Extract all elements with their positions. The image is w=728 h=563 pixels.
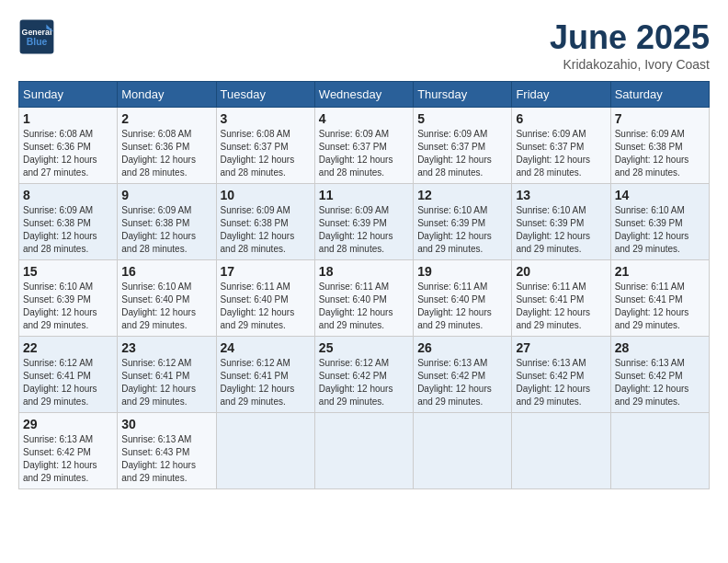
day-detail: Sunrise: 6:09 AM Sunset: 6:38 PM Dayligh… xyxy=(221,204,311,256)
day-number: 27 xyxy=(516,340,606,355)
day-number: 5 xyxy=(417,111,507,126)
day-detail: Sunrise: 6:10 AM Sunset: 6:40 PM Dayligh… xyxy=(121,281,211,332)
calendar-cell: 26 Sunrise: 6:13 AM Sunset: 6:42 PM Dayl… xyxy=(414,337,512,413)
calendar-cell: 29 Sunrise: 6:13 AM Sunset: 6:42 PM Dayl… xyxy=(19,413,118,489)
calendar-cell: 19 Sunrise: 6:11 AM Sunset: 6:40 PM Dayl… xyxy=(414,260,512,337)
column-header-tuesday: Tuesday xyxy=(216,82,314,108)
svg-text:Blue: Blue xyxy=(27,37,48,47)
calendar-cell xyxy=(314,413,413,489)
day-detail: Sunrise: 6:09 AM Sunset: 6:37 PM Dayligh… xyxy=(319,128,409,179)
day-detail: Sunrise: 6:12 AM Sunset: 6:42 PM Dayligh… xyxy=(319,357,409,408)
calendar-cell: 28 Sunrise: 6:13 AM Sunset: 6:42 PM Dayl… xyxy=(610,337,709,413)
day-number: 12 xyxy=(417,188,507,202)
day-number: 17 xyxy=(221,264,311,279)
day-number: 11 xyxy=(319,188,409,202)
day-number: 16 xyxy=(121,264,211,279)
calendar-cell: 7 Sunrise: 6:09 AM Sunset: 6:38 PM Dayli… xyxy=(610,108,709,184)
day-detail: Sunrise: 6:10 AM Sunset: 6:39 PM Dayligh… xyxy=(23,281,113,332)
day-detail: Sunrise: 6:12 AM Sunset: 6:41 PM Dayligh… xyxy=(121,357,211,408)
day-detail: Sunrise: 6:09 AM Sunset: 6:38 PM Dayligh… xyxy=(23,204,113,256)
day-detail: Sunrise: 6:13 AM Sunset: 6:42 PM Dayligh… xyxy=(516,357,606,408)
calendar-week-5: 29 Sunrise: 6:13 AM Sunset: 6:42 PM Dayl… xyxy=(19,413,710,489)
calendar-cell: 8 Sunrise: 6:09 AM Sunset: 6:38 PM Dayli… xyxy=(19,184,118,260)
column-header-wednesday: Wednesday xyxy=(314,82,413,108)
calendar-cell: 1 Sunrise: 6:08 AM Sunset: 6:36 PM Dayli… xyxy=(19,108,118,184)
calendar-cell: 30 Sunrise: 6:13 AM Sunset: 6:43 PM Dayl… xyxy=(118,413,216,489)
day-number: 26 xyxy=(417,340,507,355)
day-detail: Sunrise: 6:11 AM Sunset: 6:40 PM Dayligh… xyxy=(319,281,409,332)
day-detail: Sunrise: 6:11 AM Sunset: 6:41 PM Dayligh… xyxy=(516,281,606,332)
day-number: 13 xyxy=(516,188,606,202)
calendar-cell: 17 Sunrise: 6:11 AM Sunset: 6:40 PM Dayl… xyxy=(216,260,314,337)
calendar-week-3: 15 Sunrise: 6:10 AM Sunset: 6:39 PM Dayl… xyxy=(19,260,710,337)
calendar-table: SundayMondayTuesdayWednesdayThursdayFrid… xyxy=(18,81,710,489)
logo: General Blue xyxy=(18,18,55,55)
calendar-cell: 25 Sunrise: 6:12 AM Sunset: 6:42 PM Dayl… xyxy=(314,337,413,413)
day-number: 23 xyxy=(121,340,211,355)
calendar-cell: 11 Sunrise: 6:09 AM Sunset: 6:39 PM Dayl… xyxy=(314,184,413,260)
day-detail: Sunrise: 6:08 AM Sunset: 6:36 PM Dayligh… xyxy=(121,128,211,179)
day-detail: Sunrise: 6:13 AM Sunset: 6:42 PM Dayligh… xyxy=(23,433,113,485)
calendar-cell xyxy=(512,413,610,489)
day-detail: Sunrise: 6:10 AM Sunset: 6:39 PM Dayligh… xyxy=(615,204,705,256)
day-number: 22 xyxy=(23,340,113,355)
day-detail: Sunrise: 6:09 AM Sunset: 6:38 PM Dayligh… xyxy=(615,128,705,179)
day-detail: Sunrise: 6:12 AM Sunset: 6:41 PM Dayligh… xyxy=(221,357,311,408)
calendar-cell: 4 Sunrise: 6:09 AM Sunset: 6:37 PM Dayli… xyxy=(314,108,413,184)
column-header-friday: Friday xyxy=(512,82,610,108)
day-number: 6 xyxy=(516,111,606,126)
calendar-cell: 13 Sunrise: 6:10 AM Sunset: 6:39 PM Dayl… xyxy=(512,184,610,260)
calendar-cell xyxy=(216,413,314,489)
calendar-title: June 2025 xyxy=(550,18,710,57)
day-number: 24 xyxy=(221,340,311,355)
day-detail: Sunrise: 6:11 AM Sunset: 6:40 PM Dayligh… xyxy=(221,281,311,332)
day-detail: Sunrise: 6:12 AM Sunset: 6:41 PM Dayligh… xyxy=(23,357,113,408)
column-header-thursday: Thursday xyxy=(414,82,512,108)
day-number: 19 xyxy=(417,264,507,279)
day-detail: Sunrise: 6:09 AM Sunset: 6:37 PM Dayligh… xyxy=(516,128,606,179)
calendar-cell: 22 Sunrise: 6:12 AM Sunset: 6:41 PM Dayl… xyxy=(19,337,118,413)
title-area: June 2025 Kridakozahio, Ivory Coast xyxy=(550,18,710,72)
day-number: 2 xyxy=(121,111,211,126)
calendar-cell: 27 Sunrise: 6:13 AM Sunset: 6:42 PM Dayl… xyxy=(512,337,610,413)
column-header-monday: Monday xyxy=(118,82,216,108)
calendar-cell: 9 Sunrise: 6:09 AM Sunset: 6:38 PM Dayli… xyxy=(118,184,216,260)
calendar-week-1: 1 Sunrise: 6:08 AM Sunset: 6:36 PM Dayli… xyxy=(19,108,710,184)
day-number: 28 xyxy=(615,340,705,355)
calendar-cell xyxy=(610,413,709,489)
day-number: 14 xyxy=(615,188,705,202)
day-number: 3 xyxy=(221,111,311,126)
calendar-subtitle: Kridakozahio, Ivory Coast xyxy=(550,57,710,72)
day-detail: Sunrise: 6:09 AM Sunset: 6:37 PM Dayligh… xyxy=(417,128,507,179)
calendar-cell: 16 Sunrise: 6:10 AM Sunset: 6:40 PM Dayl… xyxy=(118,260,216,337)
calendar-cell: 24 Sunrise: 6:12 AM Sunset: 6:41 PM Dayl… xyxy=(216,337,314,413)
day-number: 25 xyxy=(319,340,409,355)
calendar-week-4: 22 Sunrise: 6:12 AM Sunset: 6:41 PM Dayl… xyxy=(19,337,710,413)
header: General Blue June 2025 Kridakozahio, Ivo… xyxy=(18,18,710,72)
day-detail: Sunrise: 6:09 AM Sunset: 6:38 PM Dayligh… xyxy=(121,204,211,256)
day-number: 10 xyxy=(221,188,311,202)
day-number: 15 xyxy=(23,264,113,279)
day-number: 4 xyxy=(319,111,409,126)
calendar-cell: 23 Sunrise: 6:12 AM Sunset: 6:41 PM Dayl… xyxy=(118,337,216,413)
day-detail: Sunrise: 6:09 AM Sunset: 6:39 PM Dayligh… xyxy=(319,204,409,256)
calendar-week-2: 8 Sunrise: 6:09 AM Sunset: 6:38 PM Dayli… xyxy=(19,184,710,260)
day-detail: Sunrise: 6:13 AM Sunset: 6:43 PM Dayligh… xyxy=(121,433,211,485)
day-number: 20 xyxy=(516,264,606,279)
header-row: SundayMondayTuesdayWednesdayThursdayFrid… xyxy=(19,82,710,108)
calendar-cell: 5 Sunrise: 6:09 AM Sunset: 6:37 PM Dayli… xyxy=(414,108,512,184)
day-detail: Sunrise: 6:13 AM Sunset: 6:42 PM Dayligh… xyxy=(615,357,705,408)
calendar-cell: 2 Sunrise: 6:08 AM Sunset: 6:36 PM Dayli… xyxy=(118,108,216,184)
calendar-cell: 18 Sunrise: 6:11 AM Sunset: 6:40 PM Dayl… xyxy=(314,260,413,337)
column-header-saturday: Saturday xyxy=(610,82,709,108)
day-detail: Sunrise: 6:08 AM Sunset: 6:37 PM Dayligh… xyxy=(221,128,311,179)
day-number: 29 xyxy=(23,417,113,431)
day-detail: Sunrise: 6:13 AM Sunset: 6:42 PM Dayligh… xyxy=(417,357,507,408)
day-number: 30 xyxy=(121,417,211,431)
calendar-cell xyxy=(414,413,512,489)
calendar-cell: 3 Sunrise: 6:08 AM Sunset: 6:37 PM Dayli… xyxy=(216,108,314,184)
calendar-cell: 15 Sunrise: 6:10 AM Sunset: 6:39 PM Dayl… xyxy=(19,260,118,337)
column-header-sunday: Sunday xyxy=(19,82,118,108)
day-number: 8 xyxy=(23,188,113,202)
logo-icon: General Blue xyxy=(18,18,55,55)
